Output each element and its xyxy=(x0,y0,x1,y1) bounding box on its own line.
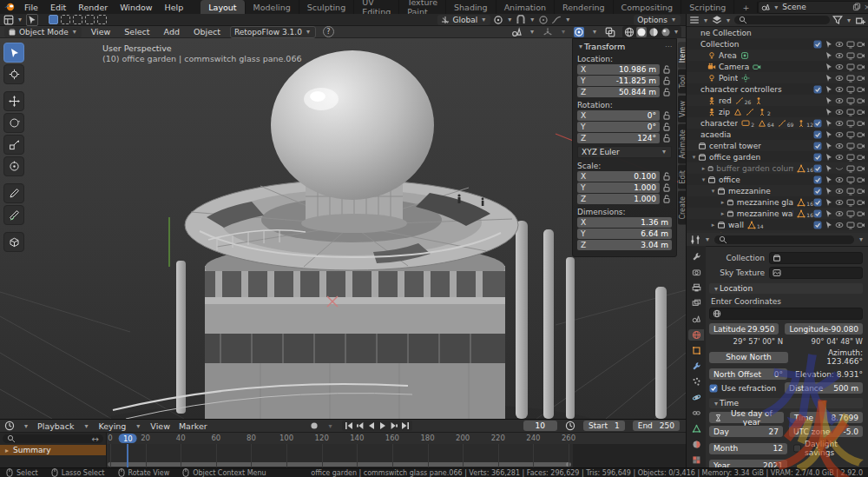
lock-icon[interactable] xyxy=(661,194,672,204)
outliner-row[interactable]: Collection xyxy=(687,38,868,50)
outliner-mode-icon[interactable] xyxy=(712,15,722,25)
hide-eye-icon[interactable] xyxy=(835,130,844,139)
dimensions-y-field[interactable]: Y6.64 m xyxy=(577,229,672,239)
viewport-disable-toggle-icon[interactable] xyxy=(846,85,855,94)
playhead[interactable] xyxy=(127,444,128,468)
viewport-menu-add[interactable]: Add xyxy=(161,27,182,36)
selectable-toggle-icon[interactable] xyxy=(825,187,833,195)
hide-eye-icon[interactable] xyxy=(835,187,844,195)
blender-logo-icon[interactable] xyxy=(3,2,16,12)
properties-tab-scene[interactable] xyxy=(688,314,704,325)
workspace-tab-compositing[interactable]: Compositing xyxy=(614,0,682,14)
outliner-row[interactable]: character controllers xyxy=(687,83,868,95)
location-z-field[interactable]: Z50.844 m xyxy=(577,87,660,97)
render-toggle-icon[interactable] xyxy=(857,74,865,83)
show-north-button[interactable]: Show North xyxy=(709,352,788,363)
outliner-row[interactable]: ▾mezzanine xyxy=(687,185,868,196)
npanel-tab-animate[interactable]: Animate xyxy=(678,124,686,164)
transform-tool[interactable] xyxy=(3,156,24,176)
properties-tab-data[interactable] xyxy=(688,423,704,434)
use-preview-range-icon[interactable] xyxy=(565,421,575,431)
outliner-row[interactable]: central tower xyxy=(687,140,868,151)
exclude-checkbox-icon[interactable] xyxy=(813,221,822,229)
hide-eye-icon[interactable] xyxy=(835,40,844,49)
options-dropdown[interactable]: Options▾ xyxy=(634,15,681,25)
npanel-tab-tool[interactable]: Tool xyxy=(678,70,686,94)
render-toggle-icon[interactable] xyxy=(857,119,865,128)
select-mode-subtract[interactable] xyxy=(73,15,82,24)
outliner-search-input[interactable] xyxy=(734,16,830,24)
viewport-disable-toggle-icon[interactable] xyxy=(846,209,855,218)
retopoflow-help-button[interactable]: ? xyxy=(323,26,334,37)
render-toggle-icon[interactable] xyxy=(857,130,865,139)
jump-to-end-button[interactable] xyxy=(400,421,411,430)
show-object-types-icon[interactable] xyxy=(511,27,522,37)
retopoflow-dropdown[interactable]: RetopoFlow 3.1.0▾ xyxy=(230,26,316,38)
properties-tab-physics[interactable] xyxy=(688,392,704,403)
jump-to-start-button[interactable] xyxy=(344,421,354,430)
properties-options-icon[interactable]: ▾ xyxy=(859,235,863,243)
hide-eye-icon[interactable] xyxy=(835,209,844,218)
workspace-tab-layout[interactable]: Layout xyxy=(201,0,245,14)
solid-shading-icon[interactable] xyxy=(636,27,647,37)
render-toggle-icon[interactable] xyxy=(857,96,865,105)
outliner-row[interactable]: Point xyxy=(687,72,868,83)
expand-icon[interactable]: ▸ xyxy=(709,222,717,229)
exclude-checkbox-icon[interactable] xyxy=(813,119,822,128)
outliner-row[interactable]: Camera xyxy=(687,61,868,72)
location-y-field[interactable]: Y-11.825 m xyxy=(577,76,660,86)
viewport-menu-object[interactable]: Object xyxy=(191,27,223,36)
render-toggle-icon[interactable] xyxy=(857,51,865,60)
transform-orientation-dropdown[interactable]: Global▾ xyxy=(437,15,490,25)
sky-texture-field[interactable] xyxy=(769,267,863,279)
selectable-toggle-icon[interactable] xyxy=(825,51,833,60)
month-slider[interactable]: Month12 xyxy=(709,443,787,454)
gizmos-icon[interactable] xyxy=(542,27,553,37)
viewport-menu-select[interactable]: Select xyxy=(122,27,152,36)
utc-zone-slider[interactable]: UTC zone-5.0 xyxy=(789,426,863,437)
select-mode-new[interactable] xyxy=(49,15,58,24)
properties-editor-icon[interactable] xyxy=(690,235,700,245)
hide-eye-icon[interactable] xyxy=(835,108,844,116)
timeline-menu-marker[interactable]: Marker xyxy=(179,421,207,431)
filter-icon[interactable] xyxy=(832,15,843,25)
properties-tab-output[interactable] xyxy=(688,282,704,294)
properties-tab-render[interactable] xyxy=(688,267,704,278)
viewport-disable-toggle-icon[interactable] xyxy=(846,221,855,229)
lock-icon[interactable] xyxy=(661,122,672,132)
menu-file[interactable]: File xyxy=(19,2,43,13)
scale-x-field[interactable]: X0.100 xyxy=(577,171,660,182)
selectable-toggle-icon[interactable] xyxy=(825,40,833,49)
viewport-disable-toggle-icon[interactable] xyxy=(846,187,855,195)
collapse-icon[interactable]: ▾ xyxy=(709,188,717,195)
select-box-tool[interactable] xyxy=(3,43,24,63)
hide-eye-icon[interactable] xyxy=(835,153,844,162)
selectable-toggle-icon[interactable] xyxy=(825,119,833,128)
exclude-checkbox-icon[interactable] xyxy=(813,187,822,195)
exclude-checkbox-icon[interactable] xyxy=(813,153,822,162)
rotation-y-field[interactable]: Y0° xyxy=(577,122,660,132)
hide-eye-icon[interactable] xyxy=(835,119,844,128)
render-toggle-icon[interactable] xyxy=(857,63,865,71)
hide-eye-closed-icon[interactable] xyxy=(835,164,844,173)
longitude-slider[interactable]: Longitude-90.080 xyxy=(785,323,863,335)
exclude-checkbox-icon[interactable] xyxy=(813,130,822,139)
viewport-menu-view[interactable]: View xyxy=(89,27,114,36)
selectable-toggle-icon[interactable] xyxy=(825,153,833,162)
use-refraction-checkbox[interactable]: Use refraction xyxy=(709,384,779,393)
outliner-row[interactable]: ▸wall14 xyxy=(687,219,868,230)
outliner-row[interactable]: ▾office garden xyxy=(687,151,868,162)
rotation-mode-dropdown[interactable]: XYZ Euler▾ xyxy=(577,146,672,158)
hide-eye-icon[interactable] xyxy=(835,198,844,207)
menu-render[interactable]: Render xyxy=(73,2,113,13)
npanel-tab-view[interactable]: View xyxy=(678,96,686,123)
expand-icon[interactable]: ▸ xyxy=(719,199,727,206)
viewport-disable-toggle-icon[interactable] xyxy=(846,119,855,128)
selectable-toggle-icon[interactable] xyxy=(825,198,833,207)
display-mode-icon[interactable] xyxy=(689,15,700,25)
daylight-savings-checkbox[interactable]: Daylight savings xyxy=(793,440,863,457)
hide-eye-icon[interactable] xyxy=(835,51,844,60)
menu-edit[interactable]: Edit xyxy=(45,2,71,13)
properties-tab-tool[interactable] xyxy=(688,251,704,262)
location-x-field[interactable]: X10.986 m xyxy=(577,64,660,75)
